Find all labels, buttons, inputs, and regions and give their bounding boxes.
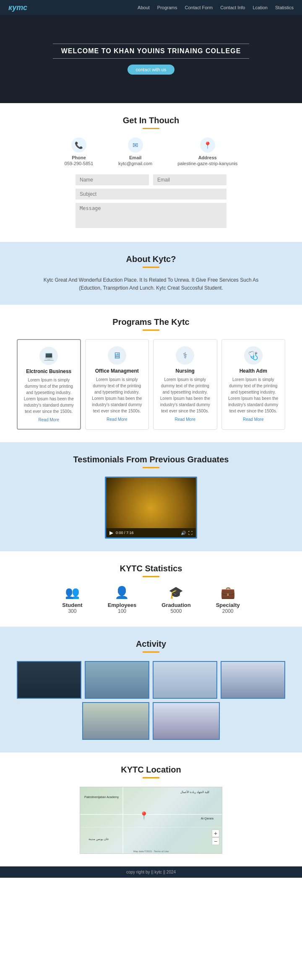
video-time: 0:00 / 7:16: [116, 531, 134, 535]
name-email-row: [76, 174, 226, 185]
nav-links: About Programs Contact Form Contact Info…: [138, 5, 294, 10]
phone-label: Phone: [65, 155, 94, 160]
email-input[interactable]: [153, 174, 226, 185]
read-more-3[interactable]: Read More: [243, 417, 263, 422]
phone-value: 059-290-5851: [65, 161, 94, 166]
email-label: Email: [118, 155, 152, 160]
location-title: KYTC Location: [17, 765, 285, 775]
statistics-section: KYTC Statistics 👥 Student 300 👤 Employee…: [0, 551, 302, 627]
hero-content: WELCOME TO KHAN YOUINS TRINAING COLLEGE …: [53, 44, 250, 75]
nav-programs[interactable]: Programs: [157, 5, 177, 10]
program-name-0: Elctronic Business: [22, 368, 76, 374]
video-container: ▶ 0:00 / 7:16 🔊 ⛶: [105, 477, 197, 539]
graduation-label: Graduation: [161, 602, 190, 608]
specialty-icon: 💼: [216, 586, 240, 599]
activity-img-1: [17, 661, 81, 699]
programs-grid: 💻 Elctronic Business Lorem Ipsum is simp…: [17, 339, 285, 430]
map-road-v: [122, 787, 123, 853]
program-name-2: Nursing: [158, 368, 212, 374]
activity-section: Activity: [0, 627, 302, 752]
program-card-2: ⚕ Nursing Lorem Ipsum is simply dummy te…: [153, 339, 217, 430]
map-attribution: Map data ©2021 · Terms of Use: [80, 850, 222, 853]
read-more-0[interactable]: Read More: [39, 417, 59, 422]
program-card-1: 🖥 Office Managment Lorem Ipsum is simply…: [85, 339, 149, 430]
activity-grid-top: [17, 661, 285, 699]
statistics-title: KYTC Statistics: [17, 564, 285, 573]
nav-about[interactable]: About: [138, 5, 150, 10]
activity-img-4: [221, 661, 285, 699]
footer: copy right by || kytc || 2024: [0, 866, 302, 878]
specialty-value: 2000: [216, 608, 240, 614]
zoom-out-button[interactable]: −: [212, 837, 219, 845]
map-container: كلية الجهاد ريادة الأعمال Palestinenijab…: [80, 787, 222, 854]
name-input[interactable]: [76, 174, 149, 185]
nav-contact-form[interactable]: Contact Form: [185, 5, 213, 10]
program-desc-3: Lorem Ipsum is simply dummy text of the …: [226, 376, 281, 414]
read-more-1[interactable]: Read More: [107, 417, 127, 422]
program-name-3: Health Adm: [226, 368, 281, 374]
map-pin: 📍: [139, 811, 148, 820]
graduation-icon: 🎓: [161, 586, 190, 599]
about-text: Kytc Great And Wonderful Eduction Place.…: [34, 276, 268, 292]
phone-icon: 📞: [71, 137, 86, 153]
program-icon-0: 💻: [39, 347, 58, 365]
map-label-3: Al-Qarara: [201, 817, 213, 820]
program-card-3: 🩺 Health Adm Lorem Ipsum is simply dummy…: [221, 339, 285, 430]
subject-input[interactable]: [76, 189, 226, 200]
play-button[interactable]: ▶: [109, 530, 113, 536]
program-icon-1: 🖥: [108, 346, 126, 365]
about-title: About Kytc?: [34, 254, 268, 264]
nav-contact-info[interactable]: Contact Info: [220, 5, 245, 10]
location-underline: [143, 777, 159, 778]
stat-specialty: 💼 Specialty 2000: [216, 586, 240, 614]
contact-section: Get In Thouch 📞 Phone 059-290-5851 ✉ Ema…: [0, 103, 302, 242]
activity-img-3: [153, 661, 217, 699]
video-controls: ▶ 0:00 / 7:16 🔊 ⛶: [106, 528, 196, 537]
map-controls: + −: [212, 830, 219, 845]
nav-location[interactable]: Lcation: [253, 5, 268, 10]
contact-us-button[interactable]: contact with us: [128, 65, 175, 75]
location-icon: 📍: [200, 137, 215, 153]
employees-icon: 👤: [108, 586, 137, 599]
activity-img-2: [85, 661, 149, 699]
hero-section: WELCOME TO KHAN YOUINS TRINAING COLLEGE …: [0, 15, 302, 103]
nav-statistics[interactable]: Statistics: [275, 5, 294, 10]
program-desc-2: Lorem Ipsum is simply dummy text of the …: [158, 376, 212, 414]
student-value: 300: [62, 608, 82, 614]
address-info: 📍 Address palestine-gaze-strip-kanyunis: [177, 137, 237, 166]
activity-img-3-bg: [154, 662, 216, 698]
volume-icon[interactable]: 🔊: [181, 531, 186, 535]
map-road-h: [80, 814, 222, 815]
statistics-underline: [143, 576, 159, 577]
message-input[interactable]: [76, 203, 226, 228]
phone-info: 📞 Phone 059-290-5851: [65, 137, 94, 166]
programs-title: Programs The Kytc: [17, 317, 285, 327]
address-value: palestine-gaze-strip-kanyunis: [177, 161, 237, 166]
activity-img-4-bg: [221, 662, 284, 698]
read-more-2[interactable]: Read More: [175, 417, 195, 422]
testimonials-section: Testimonials From Previous Graduates ▶ 0…: [0, 442, 302, 551]
program-icon-3: 🩺: [244, 346, 263, 365]
email-icon: ✉: [128, 137, 143, 153]
testimonials-underline: [143, 467, 159, 468]
activity-grid-bottom: [17, 702, 285, 740]
fullscreen-icon[interactable]: ⛶: [188, 531, 193, 535]
programs-section: Programs The Kytc 💻 Elctronic Business L…: [0, 305, 302, 442]
map-inner: كلية الجهاد ريادة الأعمال Palestinenijab…: [80, 787, 222, 853]
activity-img-5: [82, 702, 149, 740]
program-card-0: 💻 Elctronic Business Lorem Ipsum is simp…: [17, 339, 81, 430]
stat-employees: 👤 Employees 100: [108, 586, 137, 614]
map-label-4: خان يونس مدينة: [89, 837, 109, 841]
activity-img-6-bg: [154, 703, 219, 739]
email-info: ✉ Email kytc@gmail.com: [118, 137, 152, 166]
zoom-in-button[interactable]: +: [212, 830, 219, 837]
map-label-1: كلية الجهاد ريادة الأعمال: [180, 791, 209, 794]
program-desc-0: Lorem Ipsum is simply dummy text of the …: [22, 377, 76, 415]
contact-icons: 📞 Phone 059-290-5851 ✉ Email kytc@gmail.…: [17, 137, 285, 166]
video-screen: [106, 478, 196, 528]
map-road-h2: [80, 827, 222, 827]
specialty-label: Specialty: [216, 602, 240, 608]
program-icon-2: ⚕: [176, 346, 194, 365]
student-label: Student: [62, 602, 82, 608]
employees-value: 100: [108, 608, 137, 614]
